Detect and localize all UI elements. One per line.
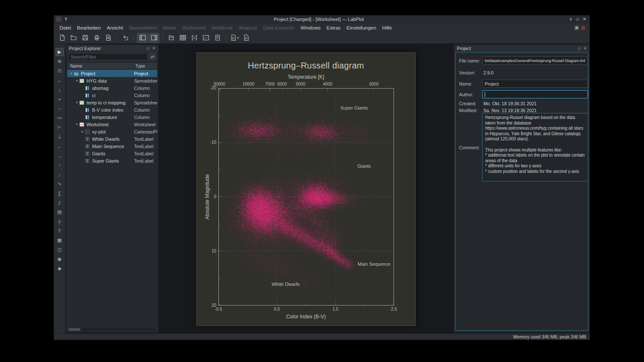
dock-float-icon[interactable]: ◇ (147, 46, 150, 50)
new-workbook-button[interactable] (166, 33, 176, 43)
titlebar[interactable]: Project [Changed] - [Worksheet] — LabPlo… (54, 15, 590, 23)
auto-scale-x-tool-button[interactable]: ⊢ (56, 123, 64, 131)
add-image-tool-button[interactable]: ▦ (56, 236, 64, 244)
expander-icon[interactable]: ▾ (75, 101, 79, 104)
print-preview-button[interactable] (103, 33, 113, 43)
zoom-out-tool-button[interactable]: − (56, 104, 64, 113)
crosshair-tool-button[interactable]: ⊕ (56, 57, 64, 65)
hr-scatter-canvas[interactable] (218, 88, 394, 306)
new-script-button[interactable]: D (241, 33, 251, 43)
expander-icon[interactable]: ▾ (75, 122, 79, 126)
menu-datei[interactable]: Datei (57, 24, 74, 31)
add-curve-tool-button[interactable]: ∿ (56, 180, 64, 188)
column-header-type[interactable]: Type (134, 63, 145, 68)
menu-bearbeiten[interactable]: Bearbeiten (74, 24, 104, 31)
new-worksheet-button[interactable] (200, 33, 211, 43)
worksheet-page[interactable]: Hertzsprung–Russell diagram Temperature … (196, 52, 416, 326)
pin-icon[interactable] (63, 16, 69, 22)
tree-row-ci[interactable]: ciColumn (67, 92, 157, 99)
auto-scale-tool-button[interactable]: ▭ (56, 114, 64, 122)
undo-button[interactable] (120, 33, 131, 43)
expander-icon[interactable]: ▾ (75, 79, 79, 83)
add-plot-tool-button[interactable]: ◫ (56, 246, 64, 254)
text-label-main-sequence[interactable]: Main Sequence (358, 261, 390, 267)
zoom-in-tool-button[interactable]: + (56, 95, 64, 103)
minimize-button[interactable]: ∨ (567, 17, 574, 21)
horizontal-scrollbar[interactable] (69, 328, 156, 331)
toggle-project-explorer-button[interactable] (137, 33, 148, 43)
auto-scale-y-tool-button[interactable]: ⊥ (56, 133, 64, 141)
new-matrix-button[interactable] (189, 33, 200, 43)
svg-text:D: D (233, 36, 235, 40)
add-equation-curve-tool-button[interactable]: ∑ (56, 189, 64, 197)
folder-icon (74, 71, 79, 76)
menu-grid-icon[interactable]: ▣ (575, 25, 579, 30)
add-reference-tool-button[interactable]: ◆ (56, 264, 64, 273)
column-header-name[interactable]: Name (68, 63, 134, 69)
tree-row-worksheet[interactable]: ▾WorksheetWorksheet (67, 121, 157, 128)
expander-icon[interactable]: ▾ (69, 71, 74, 75)
text-label-super-giants[interactable]: Super Giants (340, 105, 368, 110)
new-notebook-button[interactable] (212, 33, 223, 43)
menu-hilfe[interactable]: Hilfe (379, 24, 395, 31)
name-field[interactable] (482, 80, 588, 88)
add-fit-tool-button[interactable]: ƒ (56, 199, 64, 207)
add-text-label-tool-button[interactable]: T (56, 227, 64, 235)
menu-block-icon[interactable]: ⊘ (581, 25, 585, 31)
text-label-white-dwarfs[interactable]: White Dwarfs (271, 282, 299, 287)
toggle-properties-explorer-button[interactable] (149, 33, 159, 43)
filter-options-button[interactable]: ⇄ (149, 53, 156, 60)
new-datapicker-button[interactable]: D▾ (229, 33, 240, 43)
author-input[interactable] (483, 91, 587, 98)
file-name-field[interactable] (482, 56, 588, 65)
scrollbar-thumb[interactable] (69, 328, 80, 331)
select-tool-button[interactable]: ▶ (56, 48, 64, 56)
tree-row-super-giants[interactable]: TSuper GiantsTextLabel (67, 157, 157, 164)
zoom-y-tool-button[interactable]: ↕ (56, 86, 64, 94)
tree-row-main-sequence[interactable]: TMain SequenceTextLabel (67, 142, 157, 150)
new-project-button[interactable] (57, 33, 67, 43)
tree-row-giants[interactable]: TGiantsTextLabel (67, 150, 157, 157)
tree-row-hyg-data[interactable]: ▾HYG dataSpreadsheet (67, 77, 157, 84)
notebook-icon (214, 34, 221, 41)
maximize-button[interactable]: ◇ (574, 17, 581, 21)
comment-field[interactable]: Hertzsprung-Russel diagram based on the … (482, 113, 588, 181)
menu-windows[interactable]: Windows (298, 24, 324, 31)
shift-up-tool-button[interactable]: ↑ (56, 161, 64, 169)
menu-ansicht[interactable]: Ansicht (104, 24, 126, 31)
new-spreadsheet-button[interactable] (177, 33, 188, 43)
close-button[interactable]: ✕ (581, 17, 588, 21)
zoom-select-tool-button[interactable]: ⊡ (56, 67, 64, 75)
plot-title[interactable]: Hertzsprung–Russell diagram (197, 61, 415, 71)
tree-row-temp-to-ci-mapping[interactable]: ▾temp to ci mappingSpreadsheet (67, 99, 157, 106)
author-field[interactable] (482, 90, 588, 98)
menu-einstellungen[interactable]: Einstellungen (343, 24, 379, 31)
menu-extras[interactable]: Extras (324, 24, 344, 31)
text-label-giants[interactable]: Giants (357, 163, 371, 169)
dropdown-arrow-icon[interactable]: ▾ (237, 36, 239, 40)
tree-row-temperature[interactable]: temperatureColumn (67, 113, 157, 121)
dock-close-icon[interactable]: ✕ (583, 46, 587, 50)
save-project-button[interactable] (80, 33, 90, 43)
dock-float-icon[interactable]: ◇ (578, 46, 581, 50)
open-project-button[interactable] (68, 33, 79, 43)
dock-close-icon[interactable]: ✕ (152, 46, 155, 50)
tree-row-b-v-color-index[interactable]: B-V color indexColumn (67, 106, 157, 113)
tree-row-xy-plot[interactable]: ▸xy-plotCartesianPlot (67, 128, 157, 135)
print-button[interactable] (91, 33, 102, 43)
zoom-x-tool-button[interactable]: ↔ (56, 76, 64, 84)
search-input[interactable] (68, 53, 147, 60)
tree-row-project[interactable]: ▾ProjectProject (67, 70, 157, 77)
x-axis-label[interactable]: Color Index (B-V) (197, 314, 415, 320)
shift-down-tool-button[interactable]: ↓ (56, 170, 64, 178)
add-axis-tool-button[interactable]: ┼ (56, 217, 64, 226)
expander-icon[interactable]: ▸ (80, 130, 85, 134)
tree-row-white-dwarfs[interactable]: TWhite DwarfsTextLabel (67, 135, 157, 142)
shift-left-tool-button[interactable]: ← (56, 142, 64, 150)
top-axis-label[interactable]: Temperature [K] (197, 74, 415, 80)
shift-right-tool-button[interactable]: → (56, 151, 64, 160)
add-info-element-tool-button[interactable]: ◉ (56, 255, 64, 263)
add-legend-tool-button[interactable]: ▤ (56, 208, 64, 216)
tree-row-absmag[interactable]: absmagColumn (67, 84, 157, 92)
project-properties-form: File name: Version: 2.9.0 Name: Author: … (455, 52, 588, 331)
